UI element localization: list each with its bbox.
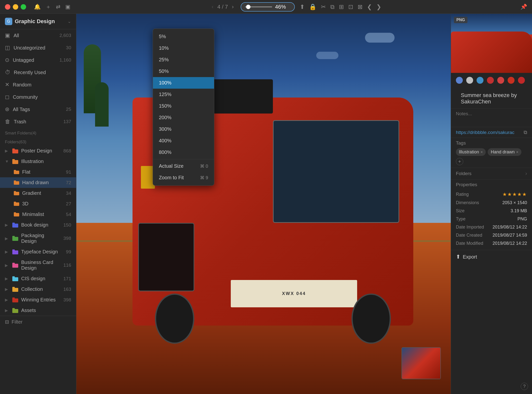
subfolder-hand-drawn[interactable]: Hand drawn 72 bbox=[0, 177, 76, 188]
image-title: Summer sea breeze by SakuraChen bbox=[456, 90, 527, 106]
swatch-dark-red[interactable] bbox=[487, 77, 494, 84]
swatch-gray[interactable] bbox=[466, 77, 473, 84]
folder-illustration[interactable]: ▼ Illustration bbox=[0, 156, 76, 167]
thumbnail-preview bbox=[401, 347, 441, 379]
zoom-option-400[interactable]: 400% bbox=[153, 135, 214, 147]
tag-close-hand-drawn[interactable]: × bbox=[516, 150, 518, 154]
zoom-option-300[interactable]: 300% bbox=[153, 123, 214, 135]
folder-book-design[interactable]: ▶ Book design 150 bbox=[0, 220, 76, 230]
folder-cis-design[interactable]: ▶ CIS design 171 bbox=[0, 273, 76, 284]
grid3-icon[interactable]: ⊠ bbox=[358, 3, 363, 10]
sidebar-item-uncategorized[interactable]: ◫ Uncategorized 30 bbox=[0, 42, 76, 54]
subfolder-flat[interactable]: Flat 91 bbox=[0, 167, 76, 177]
sidebar-item-random[interactable]: ✕ Random bbox=[0, 79, 76, 91]
community-icon: ◻ bbox=[5, 94, 9, 100]
folder-expand-icon: ▶ bbox=[5, 308, 9, 313]
filter-footer[interactable]: ⊟ Filter bbox=[0, 316, 76, 328]
link-url[interactable]: https://dribbble.com/sakurac bbox=[456, 130, 522, 135]
folder-poster-design[interactable]: ▶ Poster Design 868 bbox=[0, 146, 76, 156]
sync-icon[interactable]: ⇄ bbox=[56, 4, 60, 10]
zoom-option-200[interactable]: 200% bbox=[153, 112, 214, 123]
zoom-slider[interactable] bbox=[245, 6, 272, 7]
nav-prev-icon[interactable]: ‹ bbox=[210, 3, 215, 11]
folder-expand-icon: ▶ bbox=[5, 148, 9, 153]
add-icon[interactable]: ＋ bbox=[46, 3, 51, 11]
properties-section: Properties Rating ★★★★★ Dimensions 2053 … bbox=[451, 180, 532, 250]
zoom-option-125[interactable]: 125% bbox=[153, 89, 214, 100]
svg-rect-9 bbox=[14, 191, 16, 192]
sidebar-item-recently-used[interactable]: ⏱ Recently Used bbox=[0, 66, 76, 79]
folders-section[interactable]: Folders › bbox=[451, 168, 532, 180]
share-icon[interactable]: ⬆ bbox=[300, 3, 305, 10]
sidebar-item-all-tags[interactable]: ⊛ All Tags 25 bbox=[0, 103, 76, 115]
zoom-actual-size[interactable]: Actual Size ⌘ 0 bbox=[153, 160, 214, 172]
zoom-option-25[interactable]: 25% bbox=[153, 54, 214, 66]
zoom-control[interactable]: 46% bbox=[241, 2, 295, 12]
notification-icon[interactable]: 🔔 bbox=[34, 4, 41, 10]
subfolder-icon bbox=[14, 191, 19, 196]
prop-key-size: Size bbox=[456, 208, 465, 213]
swatch-light-blue[interactable] bbox=[477, 77, 483, 84]
notes-input[interactable] bbox=[456, 111, 527, 123]
folder-collection[interactable]: ▶ Collection 163 bbox=[0, 284, 76, 295]
zoom-option-800[interactable]: 800% bbox=[153, 147, 214, 158]
grid1-icon[interactable]: ⊞ bbox=[339, 3, 344, 10]
layout-icon[interactable]: ▣ bbox=[65, 4, 70, 10]
tag-close-illustration[interactable]: × bbox=[481, 150, 483, 154]
minimize-button[interactable] bbox=[13, 4, 18, 10]
van-window bbox=[273, 120, 399, 223]
subfolder-icon bbox=[14, 181, 19, 185]
folder-icon bbox=[12, 287, 18, 292]
sidebar-item-community[interactable]: ◻ Community bbox=[0, 91, 76, 103]
sidebar-item-untagged[interactable]: ⊙ Untagged 1,160 bbox=[0, 54, 76, 66]
lock-icon[interactable]: 🔒 bbox=[309, 3, 316, 10]
next-nav-icon[interactable]: ❯ bbox=[376, 3, 381, 10]
zoom-option-10[interactable]: 10% bbox=[153, 42, 214, 54]
prop-dimensions: Dimensions 2053 × 1540 bbox=[456, 199, 527, 207]
main-content: XWX 044 5% 10% bbox=[76, 14, 451, 394]
folder-icon bbox=[12, 308, 18, 313]
grid2-icon[interactable]: ⊡ bbox=[348, 3, 353, 10]
prev-nav-icon[interactable]: ❮ bbox=[367, 3, 372, 10]
link-external-icon[interactable]: ⧉ bbox=[524, 130, 527, 135]
swatch-crimson[interactable] bbox=[518, 77, 525, 84]
sidebar-item-all[interactable]: ▣ All 2,603 bbox=[0, 29, 76, 42]
swatch-blue[interactable] bbox=[456, 77, 463, 84]
folder-typeface-design[interactable]: ▶ Typeface Design 99 bbox=[0, 246, 76, 257]
nav-arrows: ‹ 4 / 7 › bbox=[210, 3, 235, 11]
prop-key-rating: Rating bbox=[456, 192, 469, 197]
folder-packaging-design[interactable]: ▶ Packaging Design 398 bbox=[0, 230, 76, 246]
folder-expand-icon: ▶ bbox=[5, 297, 9, 302]
swatch-orange-red[interactable] bbox=[508, 77, 515, 84]
zoom-percent: 46% bbox=[275, 4, 289, 10]
crop-icon[interactable]: ✂ bbox=[321, 3, 326, 10]
sidebar-header[interactable]: G Graphic Design ⌄ bbox=[0, 14, 76, 29]
sidebar-item-trash[interactable]: 🗑 Trash 137 bbox=[0, 115, 76, 128]
subfolder-gradient[interactable]: Gradient 34 bbox=[0, 188, 76, 198]
image-canvas: XWX 044 bbox=[76, 14, 451, 394]
zoom-option-150[interactable]: 150% bbox=[153, 100, 214, 112]
folder-winning-entries[interactable]: ▶ Winning Entries 398 bbox=[0, 295, 76, 305]
help-button[interactable]: ? bbox=[521, 383, 528, 390]
zoom-to-fit[interactable]: Zoom to Fit ⌘ 9 bbox=[153, 172, 214, 183]
export-button[interactable]: ⬆ Export bbox=[451, 250, 532, 263]
add-tag-button[interactable]: + bbox=[456, 158, 463, 165]
zoom-option-100[interactable]: 100% bbox=[153, 77, 214, 89]
zoom-option-5[interactable]: 5% bbox=[153, 31, 214, 42]
nav-next-icon[interactable]: › bbox=[230, 3, 235, 11]
folder-assets[interactable]: ▶ Assets bbox=[0, 305, 76, 316]
split-icon[interactable]: ⧉ bbox=[330, 3, 334, 10]
tag-illustration: Illustration × bbox=[456, 148, 486, 156]
subfolder-3d[interactable]: 3D 27 bbox=[0, 198, 76, 209]
subfolder-minimalist[interactable]: Minimalist 54 bbox=[0, 209, 76, 220]
tree-left2 bbox=[95, 82, 109, 127]
close-button[interactable] bbox=[5, 4, 10, 10]
prop-type: Type PNG bbox=[456, 215, 527, 223]
swatch-red[interactable] bbox=[497, 77, 504, 84]
folder-business-card[interactable]: ▶ Business Card Design 116 bbox=[0, 257, 76, 273]
maximize-button[interactable] bbox=[21, 4, 26, 10]
pin-icon[interactable]: 📌 bbox=[520, 4, 527, 10]
prop-val-size: 3.19 MB bbox=[511, 208, 527, 213]
svg-rect-11 bbox=[14, 202, 16, 203]
zoom-option-50[interactable]: 50% bbox=[153, 66, 214, 77]
